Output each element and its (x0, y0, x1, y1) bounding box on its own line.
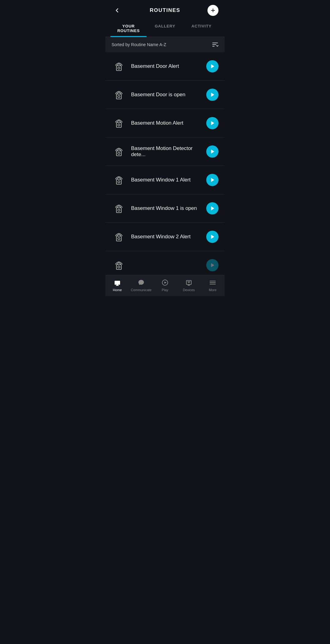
routine-name: Basement Window 1 Alert (131, 177, 206, 183)
routine-device-icon (112, 144, 126, 159)
nav-devices-label: Devices (183, 288, 195, 292)
nav-more-label: More (209, 288, 216, 292)
routine-device-icon (112, 258, 126, 273)
nav-home[interactable]: Home (105, 275, 129, 294)
play-button[interactable] (206, 60, 218, 72)
page-title: ROUTINES (150, 7, 180, 13)
svg-rect-11 (116, 123, 121, 127)
svg-rect-33 (115, 283, 118, 284)
communicate-icon (137, 278, 145, 287)
nav-play-label: Play (162, 288, 168, 292)
svg-marker-10 (211, 93, 215, 97)
nav-communicate[interactable]: Communicate (129, 275, 153, 294)
routine-list: Basement Door Alert Basement Door is ope… (105, 52, 225, 275)
svg-point-18 (118, 181, 120, 183)
svg-point-27 (118, 266, 120, 268)
routine-item[interactable]: Basement Motion Detector dete... (105, 137, 225, 166)
header: ROUTINES (105, 0, 225, 20)
svg-marker-16 (211, 149, 215, 154)
svg-point-6 (118, 67, 120, 69)
routine-name: Basement Door is open (131, 92, 206, 98)
play-button[interactable] (206, 202, 218, 214)
routine-device-icon (112, 229, 126, 244)
svg-marker-28 (211, 263, 215, 267)
svg-point-15 (118, 152, 120, 155)
svg-marker-25 (211, 235, 215, 239)
routine-name: Basement Window 2 Alert (131, 234, 206, 240)
routine-item[interactable]: Basement Window 2 Alert (105, 223, 225, 251)
nav-more[interactable]: More (201, 275, 225, 294)
home-icon (113, 278, 122, 287)
tab-your-routines[interactable]: YOUR ROUTINES (110, 20, 147, 37)
svg-rect-17 (116, 179, 121, 184)
svg-rect-5 (116, 66, 121, 71)
routine-device-icon (112, 201, 126, 216)
sort-bar[interactable]: Sorted by Routine Name A-Z (105, 37, 225, 52)
more-icon (208, 278, 217, 287)
routine-device-icon (112, 87, 126, 102)
svg-rect-31 (116, 285, 119, 286)
back-button[interactable] (112, 5, 123, 16)
play-button[interactable] (206, 259, 218, 271)
tab-gallery[interactable]: GALLERY (147, 20, 183, 37)
play-button[interactable] (206, 174, 218, 186)
routine-item[interactable]: Basement Motion Alert (105, 109, 225, 137)
nav-home-label: Home (113, 288, 122, 292)
add-routine-button[interactable] (207, 5, 218, 16)
svg-marker-13 (211, 121, 215, 125)
play-button[interactable] (206, 89, 218, 101)
svg-rect-29 (115, 281, 120, 285)
play-button[interactable] (206, 231, 218, 243)
nav-play[interactable]: Play (153, 275, 177, 294)
svg-rect-32 (115, 282, 119, 283)
routine-item[interactable]: Basement Window 1 Alert (105, 166, 225, 194)
routine-name: Basement Door Alert (131, 63, 206, 69)
svg-marker-19 (211, 178, 215, 182)
routine-device-icon (112, 59, 126, 74)
routine-name: Basement Motion Detector dete... (131, 145, 206, 158)
routine-name: Basement Window 1 is open (131, 205, 206, 211)
sort-label: Sorted by Routine Name A-Z (112, 42, 166, 47)
nav-devices[interactable]: Devices (177, 275, 201, 294)
svg-marker-35 (164, 282, 167, 284)
tab-activity[interactable]: ACTIVITY (183, 20, 220, 37)
svg-marker-7 (211, 64, 215, 68)
sort-icon[interactable] (212, 41, 218, 48)
svg-rect-8 (116, 94, 121, 99)
play-button[interactable] (206, 117, 218, 129)
svg-point-21 (118, 209, 120, 211)
play-nav-icon (161, 278, 169, 287)
devices-icon (185, 278, 193, 287)
tabs-bar: YOUR ROUTINES GALLERY ACTIVITY (105, 20, 225, 37)
nav-communicate-label: Communicate (131, 288, 152, 292)
routine-item[interactable]: Basement Door is open (105, 81, 225, 109)
routine-item[interactable] (105, 251, 225, 275)
routine-item[interactable]: Basement Door Alert (105, 52, 225, 81)
routine-item[interactable]: Basement Window 1 is open (105, 194, 225, 223)
svg-rect-23 (116, 236, 121, 241)
svg-rect-26 (116, 265, 121, 269)
svg-marker-22 (211, 206, 215, 210)
svg-point-24 (118, 238, 120, 240)
bottom-navigation: Home Communicate Play D (105, 275, 225, 296)
play-button[interactable] (206, 145, 218, 158)
svg-rect-14 (116, 151, 121, 156)
svg-point-9 (118, 96, 120, 98)
routine-device-icon (112, 173, 126, 187)
svg-rect-20 (116, 208, 121, 213)
svg-rect-30 (116, 285, 118, 285)
routine-device-icon (112, 116, 126, 130)
routine-name: Basement Motion Alert (131, 120, 206, 126)
svg-point-12 (118, 124, 120, 126)
